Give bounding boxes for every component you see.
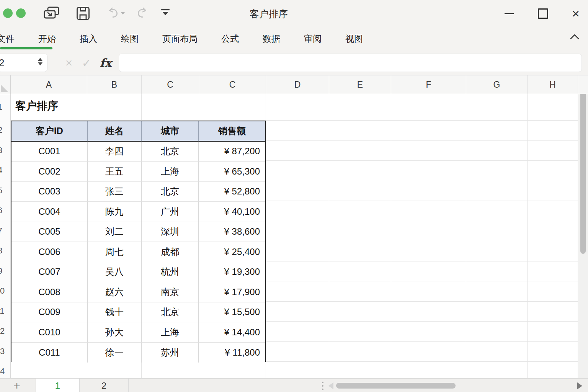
header-cell[interactable]: 客户ID [11, 121, 88, 142]
cell[interactable]: ¥ 87,200 [199, 142, 265, 162]
sheet-grid[interactable]: 1234567891011121314客户排序客户ID姓名城市销售额C001李四… [0, 94, 588, 378]
cell[interactable]: C003 [11, 182, 88, 202]
cell[interactable]: 广州 [142, 202, 199, 222]
traffic-light-icon[interactable] [16, 8, 26, 18]
vertical-scrollbar[interactable] [578, 94, 588, 378]
cell[interactable]: 苏州 [142, 343, 199, 363]
cell[interactable]: 吴八 [88, 262, 142, 283]
cell[interactable]: 上海 [142, 162, 199, 182]
cell[interactable]: 徐一 [88, 343, 142, 363]
confirm-icon[interactable]: ✓ [81, 56, 92, 70]
column-header-3[interactable]: C [142, 75, 199, 94]
toolbar-options-icon[interactable] [161, 9, 170, 15]
cell[interactable]: 赵六 [88, 282, 142, 302]
cell[interactable]: 陈九 [88, 202, 142, 222]
cell[interactable]: 南京 [142, 282, 199, 302]
name-box-stepper-icon[interactable] [38, 58, 42, 65]
select-all-corner[interactable] [0, 75, 11, 94]
column-header-2[interactable]: B [87, 75, 142, 94]
formula-input[interactable] [119, 54, 582, 72]
column-header-6[interactable]: E [329, 75, 391, 94]
cell[interactable]: 王五 [88, 162, 142, 182]
cell[interactable]: ¥ 40,100 [199, 202, 265, 222]
sheet-title-cell[interactable]: 客户排序 [15, 99, 58, 113]
column-header-7[interactable]: F [391, 75, 466, 94]
cell[interactable]: 张三 [88, 182, 142, 202]
undo-dropdown-icon[interactable] [121, 12, 125, 15]
scrollbar-drag-handle-icon[interactable] [322, 382, 323, 392]
cancel-icon[interactable]: × [64, 56, 74, 70]
cell[interactable]: ¥ 52,800 [199, 182, 265, 202]
cell[interactable]: C005 [11, 222, 88, 242]
add-sheet-button[interactable]: + [9, 379, 24, 392]
header-cell[interactable]: 销售额 [199, 121, 265, 142]
menu-tab-9[interactable]: 视图 [337, 33, 371, 45]
horizontal-scrollbar-thumb[interactable] [336, 383, 456, 389]
row-header-14[interactable]: 14 [0, 362, 11, 378]
cell[interactable]: ¥ 19,300 [199, 262, 265, 283]
row-header-12[interactable]: 12 [0, 322, 11, 342]
cell[interactable]: 杭州 [142, 262, 199, 283]
cell[interactable]: ¥ 11,800 [199, 343, 265, 363]
vertical-scrollbar-thumb[interactable] [580, 94, 586, 254]
menu-tab-7[interactable]: 数据 [254, 33, 289, 45]
row-header-4[interactable]: 4 [0, 161, 11, 181]
row-header-11[interactable]: 11 [0, 302, 11, 322]
row-header-5[interactable]: 5 [0, 181, 11, 201]
menu-tab-2[interactable]: 开始 [30, 33, 64, 45]
cell[interactable]: C011 [11, 343, 88, 363]
menu-tab-6[interactable]: 公式 [213, 33, 247, 45]
sheet-tab-2[interactable]: 2 [80, 379, 129, 392]
cell[interactable]: ¥ 17,900 [199, 282, 265, 302]
row-header-7[interactable]: 7 [0, 221, 11, 242]
cell[interactable]: 北京 [142, 182, 199, 202]
row-header-10[interactable]: 10 [0, 281, 11, 302]
column-header-9[interactable]: H [528, 75, 578, 94]
collapse-ribbon-icon[interactable] [570, 34, 580, 40]
cell[interactable]: 成都 [142, 242, 199, 262]
column-header-8[interactable]: G [466, 75, 528, 94]
cell[interactable]: C010 [11, 322, 88, 343]
cell[interactable]: C006 [11, 242, 88, 262]
switch-window-icon[interactable] [43, 6, 60, 21]
undo-icon[interactable] [106, 6, 119, 20]
cell[interactable]: 北京 [142, 302, 199, 323]
menu-tab-8[interactable]: 审阅 [296, 33, 330, 45]
cell[interactable]: 北京 [142, 142, 199, 162]
row-header-8[interactable]: 8 [0, 241, 11, 261]
cell[interactable]: 上海 [142, 322, 199, 343]
cell[interactable]: C008 [11, 282, 88, 302]
close-button[interactable]: × [567, 0, 584, 27]
cell[interactable]: ¥ 65,300 [199, 162, 265, 182]
cell[interactable]: 刘二 [88, 222, 142, 242]
cell[interactable]: C002 [11, 162, 88, 182]
sheet-tab-1[interactable]: 1 [36, 379, 80, 392]
cell[interactable]: 李四 [88, 142, 142, 162]
cell[interactable]: 深圳 [142, 222, 199, 242]
column-header-4[interactable]: C [199, 75, 266, 94]
cell[interactable]: C009 [11, 302, 88, 323]
cell[interactable]: C004 [11, 202, 88, 222]
scroll-left-icon[interactable] [328, 382, 333, 389]
redo-icon[interactable] [136, 6, 150, 20]
header-cell[interactable]: 城市 [142, 121, 199, 142]
row-header-2[interactable]: 2 [0, 121, 11, 141]
row-header-9[interactable]: 9 [0, 261, 11, 282]
column-header-5[interactable]: D [266, 75, 329, 94]
menu-tab-4[interactable]: 绘图 [113, 33, 147, 45]
save-icon[interactable] [76, 6, 90, 21]
insert-function-button[interactable]: fx [98, 56, 113, 70]
cell[interactable]: C007 [11, 262, 88, 283]
cell[interactable]: C001 [11, 142, 88, 162]
traffic-light-icon[interactable] [3, 8, 13, 18]
scroll-right-icon[interactable] [577, 382, 582, 389]
cell[interactable]: 钱十 [88, 302, 142, 323]
cell[interactable]: 周七 [88, 242, 142, 262]
header-cell[interactable]: 姓名 [88, 121, 142, 142]
row-header-6[interactable]: 6 [0, 201, 11, 221]
minimize-button[interactable] [501, 0, 518, 27]
menu-tab-1[interactable]: 文件 [0, 33, 23, 45]
maximize-button[interactable] [534, 0, 551, 27]
menu-tab-3[interactable]: 插入 [71, 33, 106, 45]
row-header-13[interactable]: 13 [0, 342, 11, 362]
